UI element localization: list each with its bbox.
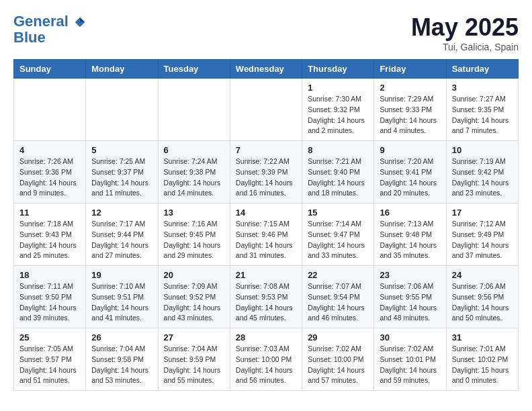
calendar-cell: 7Sunrise: 7:22 AM Sunset: 9:39 PM Daylig… — [230, 141, 302, 203]
calendar-title-area: May 2025 Tui, Galicia, Spain — [411, 13, 519, 52]
weekday-header-thursday: Thursday — [302, 60, 374, 79]
weekday-header-friday: Friday — [374, 60, 446, 79]
day-info: Sunrise: 7:14 AM Sunset: 9:47 PM Dayligh… — [308, 219, 368, 261]
day-info: Sunrise: 7:04 AM Sunset: 9:58 PM Dayligh… — [91, 344, 152, 386]
day-number: 12 — [91, 208, 152, 218]
calendar-cell: 8Sunrise: 7:21 AM Sunset: 9:40 PM Daylig… — [302, 141, 374, 203]
logo: General Blue — [13, 13, 86, 46]
calendar-cell: 9Sunrise: 7:20 AM Sunset: 9:41 PM Daylig… — [374, 141, 446, 203]
calendar-cell: 11Sunrise: 7:18 AM Sunset: 9:43 PM Dayli… — [14, 203, 86, 266]
day-info: Sunrise: 7:30 AM Sunset: 9:32 PM Dayligh… — [308, 94, 368, 136]
day-info: Sunrise: 7:18 AM Sunset: 9:43 PM Dayligh… — [19, 219, 80, 261]
calendar-cell: 20Sunrise: 7:09 AM Sunset: 9:52 PM Dayli… — [158, 266, 230, 328]
calendar-cell: 28Sunrise: 7:03 AM Sunset: 10:00 PM Dayl… — [230, 328, 302, 391]
page-header: General Blue May 2025 Tui, Galicia, Spai… — [13, 13, 519, 52]
weekday-header-sunday: Sunday — [14, 60, 86, 79]
calendar-cell: 29Sunrise: 7:02 AM Sunset: 10:00 PM Dayl… — [302, 328, 374, 391]
day-number: 10 — [452, 145, 513, 155]
calendar-cell: 21Sunrise: 7:08 AM Sunset: 9:53 PM Dayli… — [230, 266, 302, 328]
day-info: Sunrise: 7:07 AM Sunset: 9:54 PM Dayligh… — [308, 281, 368, 324]
calendar-cell — [14, 79, 86, 141]
day-info: Sunrise: 7:08 AM Sunset: 9:53 PM Dayligh… — [236, 281, 296, 324]
day-number: 1 — [308, 83, 368, 93]
calendar-cell: 23Sunrise: 7:06 AM Sunset: 9:55 PM Dayli… — [374, 266, 446, 328]
day-number: 2 — [380, 83, 440, 93]
day-info: Sunrise: 7:13 AM Sunset: 9:48 PM Dayligh… — [380, 219, 440, 261]
day-number: 29 — [308, 332, 368, 342]
day-number: 30 — [380, 332, 440, 342]
day-info: Sunrise: 7:29 AM Sunset: 9:33 PM Dayligh… — [380, 94, 440, 136]
calendar-cell: 19Sunrise: 7:10 AM Sunset: 9:51 PM Dayli… — [86, 266, 158, 328]
day-info: Sunrise: 7:21 AM Sunset: 9:40 PM Dayligh… — [308, 156, 368, 199]
day-number: 20 — [164, 270, 224, 280]
week-row-3: 11Sunrise: 7:18 AM Sunset: 9:43 PM Dayli… — [14, 203, 519, 266]
calendar-cell: 13Sunrise: 7:16 AM Sunset: 9:45 PM Dayli… — [158, 203, 230, 266]
day-number: 13 — [164, 208, 224, 218]
calendar-cell: 30Sunrise: 7:02 AM Sunset: 10:01 PM Dayl… — [374, 328, 446, 391]
calendar-cell: 14Sunrise: 7:15 AM Sunset: 9:46 PM Dayli… — [230, 203, 302, 266]
day-number: 5 — [91, 145, 152, 155]
day-number: 27 — [164, 332, 224, 342]
day-number: 11 — [19, 208, 80, 218]
day-info: Sunrise: 7:09 AM Sunset: 9:52 PM Dayligh… — [164, 281, 224, 324]
day-number: 24 — [452, 270, 513, 280]
day-number: 6 — [164, 145, 224, 155]
day-number: 4 — [19, 145, 80, 155]
day-info: Sunrise: 7:20 AM Sunset: 9:41 PM Dayligh… — [380, 156, 440, 199]
day-info: Sunrise: 7:26 AM Sunset: 9:36 PM Dayligh… — [19, 156, 80, 199]
day-info: Sunrise: 7:24 AM Sunset: 9:38 PM Dayligh… — [164, 156, 224, 199]
calendar-cell — [158, 79, 230, 141]
day-number: 17 — [452, 208, 513, 218]
calendar-cell: 3Sunrise: 7:27 AM Sunset: 9:35 PM Daylig… — [446, 79, 518, 141]
calendar-table: SundayMondayTuesdayWednesdayThursdayFrid… — [13, 59, 519, 391]
week-row-5: 25Sunrise: 7:05 AM Sunset: 9:57 PM Dayli… — [14, 328, 519, 391]
calendar-cell: 16Sunrise: 7:13 AM Sunset: 9:48 PM Dayli… — [374, 203, 446, 266]
day-number: 23 — [380, 270, 440, 280]
weekday-header-row: SundayMondayTuesdayWednesdayThursdayFrid… — [14, 60, 519, 79]
day-number: 7 — [236, 145, 296, 155]
logo-text-blue: Blue — [13, 30, 86, 46]
day-info: Sunrise: 7:03 AM Sunset: 10:00 PM Daylig… — [236, 344, 296, 386]
week-row-2: 4Sunrise: 7:26 AM Sunset: 9:36 PM Daylig… — [14, 141, 519, 203]
calendar-cell: 31Sunrise: 7:01 AM Sunset: 10:02 PM Dayl… — [446, 328, 518, 391]
day-number: 18 — [19, 270, 80, 280]
day-number: 19 — [91, 270, 152, 280]
calendar-cell: 12Sunrise: 7:17 AM Sunset: 9:44 PM Dayli… — [86, 203, 158, 266]
calendar-cell: 18Sunrise: 7:11 AM Sunset: 9:50 PM Dayli… — [14, 266, 86, 328]
weekday-header-wednesday: Wednesday — [230, 60, 302, 79]
location-text: Tui, Galicia, Spain — [411, 42, 519, 52]
weekday-header-saturday: Saturday — [446, 60, 518, 79]
day-info: Sunrise: 7:01 AM Sunset: 10:02 PM Daylig… — [452, 344, 513, 386]
day-number: 14 — [236, 208, 296, 218]
week-row-1: 1Sunrise: 7:30 AM Sunset: 9:32 PM Daylig… — [14, 79, 519, 141]
day-info: Sunrise: 7:02 AM Sunset: 10:01 PM Daylig… — [380, 344, 440, 386]
day-info: Sunrise: 7:04 AM Sunset: 9:59 PM Dayligh… — [164, 344, 224, 386]
day-info: Sunrise: 7:02 AM Sunset: 10:00 PM Daylig… — [308, 344, 368, 386]
day-number: 16 — [380, 208, 440, 218]
calendar-cell — [86, 79, 158, 141]
week-row-4: 18Sunrise: 7:11 AM Sunset: 9:50 PM Dayli… — [14, 266, 519, 328]
calendar-cell: 17Sunrise: 7:12 AM Sunset: 9:49 PM Dayli… — [446, 203, 518, 266]
day-info: Sunrise: 7:16 AM Sunset: 9:45 PM Dayligh… — [164, 219, 224, 261]
day-info: Sunrise: 7:22 AM Sunset: 9:39 PM Dayligh… — [236, 156, 296, 199]
day-info: Sunrise: 7:27 AM Sunset: 9:35 PM Dayligh… — [452, 94, 513, 136]
day-info: Sunrise: 7:06 AM Sunset: 9:56 PM Dayligh… — [452, 281, 513, 324]
calendar-cell: 26Sunrise: 7:04 AM Sunset: 9:58 PM Dayli… — [86, 328, 158, 391]
day-number: 15 — [308, 208, 368, 218]
day-number: 21 — [236, 270, 296, 280]
calendar-cell: 4Sunrise: 7:26 AM Sunset: 9:36 PM Daylig… — [14, 141, 86, 203]
day-number: 25 — [19, 332, 80, 342]
day-number: 26 — [91, 332, 152, 342]
calendar-cell: 15Sunrise: 7:14 AM Sunset: 9:47 PM Dayli… — [302, 203, 374, 266]
calendar-cell: 25Sunrise: 7:05 AM Sunset: 9:57 PM Dayli… — [14, 328, 86, 391]
calendar-cell: 22Sunrise: 7:07 AM Sunset: 9:54 PM Dayli… — [302, 266, 374, 328]
day-number: 22 — [308, 270, 368, 280]
day-number: 9 — [380, 145, 440, 155]
day-number: 31 — [452, 332, 513, 342]
day-info: Sunrise: 7:05 AM Sunset: 9:57 PM Dayligh… — [19, 344, 80, 386]
calendar-cell: 1Sunrise: 7:30 AM Sunset: 9:32 PM Daylig… — [302, 79, 374, 141]
calendar-cell: 27Sunrise: 7:04 AM Sunset: 9:59 PM Dayli… — [158, 328, 230, 391]
calendar-cell: 6Sunrise: 7:24 AM Sunset: 9:38 PM Daylig… — [158, 141, 230, 203]
day-number: 8 — [308, 145, 368, 155]
calendar-cell: 10Sunrise: 7:19 AM Sunset: 9:42 PM Dayli… — [446, 141, 518, 203]
